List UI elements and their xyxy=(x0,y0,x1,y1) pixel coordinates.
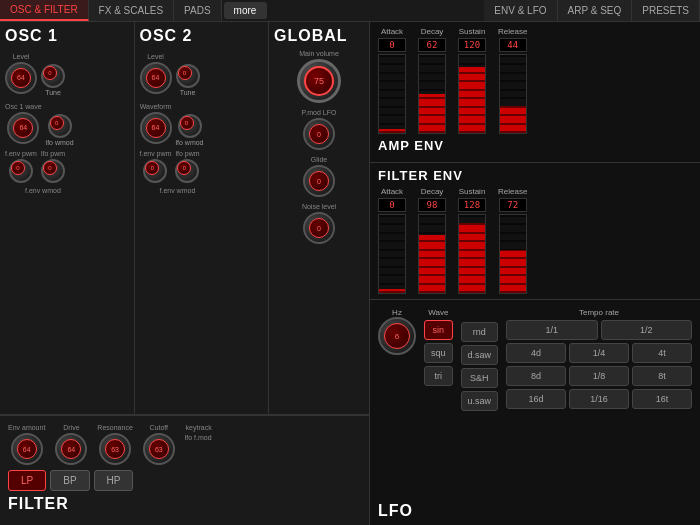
filter-env-release-slider[interactable] xyxy=(499,214,527,294)
lfo-wave-sah[interactable]: S&H xyxy=(461,368,499,388)
lfo-wave-sin[interactable]: sin xyxy=(424,320,453,340)
filter-resonance-group: Resonance 63 xyxy=(97,424,132,465)
tab-env-lfo[interactable]: ENV & LFO xyxy=(484,0,557,21)
osc1-fenv-row: f.env pwm 0 lfo pwm 0 xyxy=(5,150,129,183)
global-noise-label: Noise level xyxy=(302,203,336,210)
osc2-fenv-pwm-group: f.env pwm 0 xyxy=(140,150,172,183)
lfo-rate-knob[interactable]: 6 xyxy=(378,317,416,355)
amp-env-sustain-group: Sustain 120 xyxy=(458,27,486,134)
osc2-lfo-wmod-knob[interactable]: 0 xyxy=(178,114,202,138)
lfo-tempo-1-16[interactable]: 1/16 xyxy=(569,389,629,409)
osc2-level-knob[interactable]: 64 xyxy=(140,62,172,94)
lfo-tempo-16t[interactable]: 16t xyxy=(632,389,692,409)
osc1-lfo-wmod-knob[interactable]: 0 xyxy=(48,114,72,138)
osc1-tune-knob[interactable]: 0 xyxy=(41,64,65,88)
global-pmod-knob[interactable]: 0 xyxy=(303,118,335,150)
filter-env-sustain-segments xyxy=(459,215,485,293)
osc1-wave-label: Osc 1 wave xyxy=(5,103,42,110)
filter-env-attack-display: 0 xyxy=(378,198,406,212)
filter-drive-knob[interactable]: 64 xyxy=(55,433,87,465)
osc1-wave-knob[interactable]: 64 xyxy=(7,112,39,144)
filter-env-controls: Attack 0 Decay 98 xyxy=(378,187,692,294)
filter-resonance-knob[interactable]: 63 xyxy=(99,433,131,465)
global-glide-value: 0 xyxy=(309,171,329,191)
amp-env-release-segments xyxy=(500,55,526,133)
lfo-tempo-row0: 1/1 1/2 xyxy=(506,320,692,340)
osc2-lfo-wmod-value: 0 xyxy=(180,116,194,130)
filter-cutoff-knob[interactable]: 63 xyxy=(143,433,175,465)
global-glide-knob[interactable]: 0 xyxy=(303,165,335,197)
amp-env-title: AMP ENV xyxy=(378,138,692,153)
osc2-lfo-pwm-knob[interactable]: 0 xyxy=(175,159,199,183)
filter-env-amount-value: 64 xyxy=(17,439,37,459)
osc1-fenv-pwm-knob[interactable]: 0 xyxy=(9,159,33,183)
filter-env-decay-display: 98 xyxy=(418,198,446,212)
global-main-vol-value: 75 xyxy=(304,66,334,96)
osc2-fenv-pwm-knob[interactable]: 0 xyxy=(143,159,167,183)
lfo-wave-tri[interactable]: tri xyxy=(424,366,453,386)
global-glide-label: Glide xyxy=(311,156,327,163)
osc2-fenv-pwm-value: 0 xyxy=(145,161,159,175)
lfo-tempo-1-1[interactable]: 1/1 xyxy=(506,320,597,340)
osc2-tune-knob[interactable]: 0 xyxy=(176,64,200,88)
osc1-level-group: Level 64 xyxy=(5,53,37,94)
osc2-wave-row: Waveform 64 0 lfo wmod xyxy=(140,100,264,146)
global-pmod-value: 0 xyxy=(309,124,329,144)
osc1-level-value: 64 xyxy=(11,68,31,88)
osc2-fenv-pwm-label: f.env pwm xyxy=(140,150,172,157)
amp-env-release-group: Release 44 xyxy=(498,27,527,134)
amp-env-sustain-slider[interactable] xyxy=(458,54,486,134)
osc1-lfo-pwm-knob[interactable]: 0 xyxy=(41,159,65,183)
osc1-level-tune-row: Level 64 0 Tune xyxy=(5,50,129,96)
lfo-wave-dsaw[interactable]: d.saw xyxy=(461,345,499,365)
lfo-tempo-1-4[interactable]: 1/4 xyxy=(569,343,629,363)
filter-hp-button[interactable]: HP xyxy=(94,470,134,491)
amp-env-decay-segments xyxy=(419,55,445,133)
osc2-fenv-wmod-label: f.env wmod xyxy=(160,187,264,194)
lfo-tempo-row3: 16d 1/16 16t xyxy=(506,389,692,409)
lfo-tempo-1-8[interactable]: 1/8 xyxy=(569,366,629,386)
filter-section: Env amount 64 Drive 64 Resonance 63 xyxy=(0,415,369,525)
filter-env-amount-knob[interactable]: 64 xyxy=(11,433,43,465)
filter-env-attack-slider[interactable] xyxy=(378,214,406,294)
tab-fx-scales[interactable]: FX & SCALES xyxy=(89,0,174,21)
filter-drive-label: Drive xyxy=(63,424,79,431)
amp-env-attack-slider[interactable] xyxy=(378,54,406,134)
osc2-wave-knob[interactable]: 64 xyxy=(140,112,172,144)
lfo-tempo-8d[interactable]: 8d xyxy=(506,366,566,386)
global-panel: GLOBAL Main volume 75 P.mod LFO 0 Glide xyxy=(269,22,369,414)
filter-labels: keytrack lfo f.mod xyxy=(185,424,212,441)
global-noise-knob[interactable]: 0 xyxy=(303,212,335,244)
amp-env-release-slider[interactable] xyxy=(499,54,527,134)
osc2-level-label: Level xyxy=(147,53,164,60)
filter-lp-button[interactable]: LP xyxy=(8,470,46,491)
filter-env-sustain-slider[interactable] xyxy=(458,214,486,294)
osc1-lfo-wmod-value: 0 xyxy=(50,116,64,130)
lfo-tempo-16d[interactable]: 16d xyxy=(506,389,566,409)
lfo-wave-usaw[interactable]: u.saw xyxy=(461,391,499,411)
osc1-wave-value: 64 xyxy=(13,118,33,138)
tab-more[interactable]: more xyxy=(224,2,268,19)
amp-env-decay-slider[interactable] xyxy=(418,54,446,134)
lfo-hz-label: Hz xyxy=(392,308,402,317)
osc1-tune-value: 0 xyxy=(43,66,57,80)
tab-pads[interactable]: PADS xyxy=(174,0,222,21)
amp-env-section: Attack 0 Decay 62 xyxy=(370,22,700,163)
osc1-level-knob[interactable]: 64 xyxy=(5,62,37,94)
tab-arp-seq[interactable]: ARP & SEQ xyxy=(558,0,633,21)
tab-presets[interactable]: PRESETS xyxy=(632,0,700,21)
filter-bp-button[interactable]: BP xyxy=(50,470,89,491)
tab-osc-filter[interactable]: OSC & FILTER xyxy=(0,0,89,21)
lfo-wave-squ[interactable]: squ xyxy=(424,343,453,363)
lfo-tempo-1-2[interactable]: 1/2 xyxy=(601,320,692,340)
osc1-lfo-pwm-value: 0 xyxy=(43,161,57,175)
osc2-tune-value: 0 xyxy=(178,66,192,80)
filter-env-decay-segments xyxy=(419,215,445,293)
osc1-title: OSC 1 xyxy=(5,27,129,45)
lfo-tempo-4t[interactable]: 4t xyxy=(632,343,692,363)
lfo-tempo-8t[interactable]: 8t xyxy=(632,366,692,386)
lfo-tempo-4d[interactable]: 4d xyxy=(506,343,566,363)
filter-env-decay-slider[interactable] xyxy=(418,214,446,294)
global-main-vol-knob[interactable]: 75 xyxy=(297,59,341,103)
lfo-wave-rnd[interactable]: rnd xyxy=(461,322,499,342)
